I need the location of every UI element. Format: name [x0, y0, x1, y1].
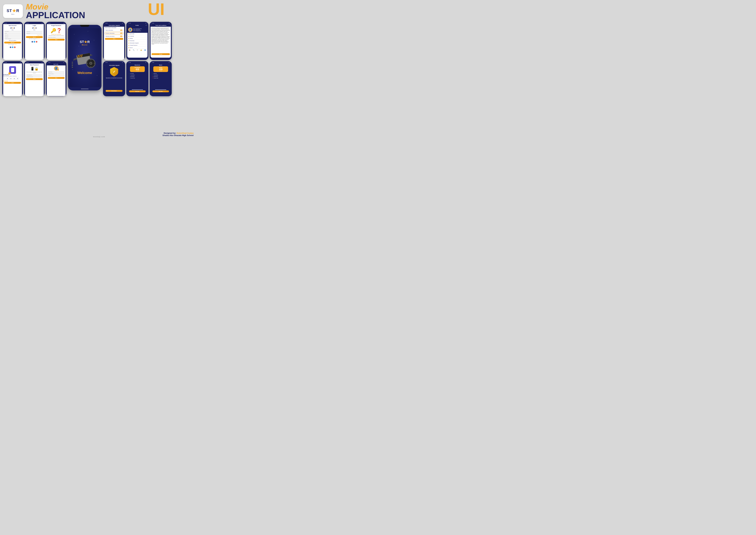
username-field[interactable]: User Name [4, 31, 21, 32]
confirm-password-input[interactable]: Confirm Password [26, 76, 43, 78]
menu-label: Language [130, 36, 134, 37]
phone-number-field[interactable]: Enter Phone Number [48, 37, 65, 38]
email-field[interactable]: Email [4, 33, 21, 34]
plan-price-box: BASIC 15$ Monthly [153, 66, 168, 72]
menu-downloads[interactable]: Downloads › [127, 40, 148, 42]
phone-inner: 17:35 ▪▪▪ ‹ ✓ 👆 [2, 61, 23, 96]
go-home-btn[interactable]: Go to Home [106, 90, 122, 92]
menu-dot [128, 34, 129, 34]
back-arrow[interactable]: ‹ [47, 64, 47, 65]
battery: ▪▪▪ [146, 62, 146, 63]
menu-language[interactable]: Language › [127, 35, 148, 37]
menu-dot [128, 36, 129, 37]
premium-sub-label: Premium subscription [106, 33, 115, 34]
send-btn[interactable]: Send [26, 78, 43, 80]
menu-logout[interactable]: log out › [127, 46, 148, 49]
edit-badge[interactable]: ✏ [57, 69, 59, 70]
confirm-password-field[interactable]: Confirm Password [4, 38, 21, 40]
google-icon[interactable]: G [36, 41, 37, 42]
forgot-link[interactable]: Forget Password [25, 35, 44, 36]
avatar-wrapper: 👤 ✏ [53, 66, 59, 70]
code-digit-1[interactable]: 5 [6, 77, 9, 80]
buy-now-btn[interactable]: Buy Now [152, 91, 169, 92]
feature-label: Monthly [154, 73, 157, 74]
phone-inner: 17:35 ▪▪▪ ‹ Profile ✎ 👤 Name: Esteshhad [126, 22, 148, 60]
person-nav[interactable]: 👤 [144, 49, 146, 51]
title-area: Movie APPLICATION [26, 3, 194, 19]
signin-link[interactable]: Have an account? Sign In [3, 44, 22, 45]
send-btn[interactable]: Send [4, 82, 21, 84]
sub-send-btn[interactable]: Send [105, 38, 123, 40]
bell-nav[interactable]: 🔔 [140, 49, 142, 51]
twitter-icon[interactable]: t [12, 46, 14, 48]
mobile-input[interactable]: Mobile Number [48, 73, 65, 74]
facebook-icon[interactable]: f [10, 46, 11, 48]
phone-sub-upgrade-main: 17:35 ▪▪▪ ‹ Subscription Upgrade Choose … [103, 22, 125, 60]
phone-inner: 17:35 ▪▪▪ ‹ Subscription Upgrade Choose … [103, 22, 125, 60]
username-input[interactable]: User Name [48, 71, 65, 73]
menu-edit-profile[interactable]: Edit Profile › [127, 33, 148, 35]
buy-now-btn[interactable]: Buy Now [129, 91, 146, 92]
password-input[interactable]: Password [26, 33, 43, 34]
user-info: Name: Esteshhad Asalya Mobile: 599353290… [133, 28, 142, 31]
check-icon: ✓ [129, 77, 130, 79]
facebook-icon[interactable]: f [32, 41, 33, 42]
phone-field[interactable]: Phone No. [4, 34, 21, 36]
status-bar: 17:35 ▪▪▪ [104, 62, 124, 63]
status-bar: 17:35 ▪▪▪ [150, 23, 171, 24]
feature-label: Translation [154, 74, 158, 75]
password-field[interactable]: Password [4, 36, 21, 38]
logo-sm-star: ★ [34, 27, 36, 29]
menu-change-password[interactable]: Change Password › [127, 44, 148, 46]
avatar: 👤 [128, 28, 132, 32]
code-digit-3[interactable]: 8 [13, 77, 16, 80]
email-input[interactable]: Email [48, 75, 65, 76]
time: 17:35 [26, 62, 29, 63]
username-input[interactable]: Username [26, 31, 43, 33]
status-bar: 17:35 ▪▪▪ [25, 62, 44, 63]
no-account-link[interactable]: Don't have an Account? Sign Up [25, 38, 44, 39]
code-digit-4[interactable]: 5 [16, 77, 19, 80]
back-arrow[interactable]: ‹ [3, 64, 22, 66]
business-sub-option[interactable]: Business subscription 40$ [105, 35, 123, 38]
menu-setting[interactable]: Setting › [127, 37, 148, 40]
phone-inner: 17:35 ▪▪▪ New Password 📱🔒 Reset your pas… [24, 61, 45, 96]
lock-question-icon: 🔑❓ [47, 27, 66, 34]
check-btn[interactable]: ✓ [64, 64, 65, 65]
new-password-input[interactable]: New Password [26, 74, 43, 76]
list-nav[interactable]: ☰ [137, 49, 138, 51]
google-icon[interactable]: G [14, 46, 15, 48]
status-bar: 17:35 ▪▪▪ [25, 23, 44, 24]
home-indicator [81, 89, 89, 89]
feature-label: Cancel Ads [154, 78, 158, 78]
twitter-icon[interactable]: t [34, 41, 35, 42]
plan-price-box: BUSINESS 40$ Annually [130, 66, 145, 72]
code-digit-2[interactable]: 9 [10, 77, 12, 80]
premium-sub-option[interactable]: Premium subscription 25$ [105, 32, 123, 35]
search-nav[interactable]: 🔍 [133, 49, 134, 51]
menu-subscription[interactable]: Subscription Upgrade › [127, 42, 148, 44]
premium-sub-price: 25$ [120, 33, 122, 34]
resend-link[interactable]: Resend Code [3, 80, 22, 81]
terms-link[interactable]: Terms and Conditions [3, 40, 22, 41]
feature-monthly: ✓ Monthly [151, 73, 170, 74]
basic-sub-price: 15$ [120, 30, 122, 31]
user-email: Email: info@gmail.com [133, 30, 142, 31]
send-btn[interactable]: Send [48, 39, 65, 41]
save-btn[interactable]: Save [48, 77, 65, 79]
feature-annually: ✓ Annually [128, 73, 147, 74]
signup-btn[interactable]: Sign Up [4, 42, 21, 43]
signin-btn[interactable]: Sign In [26, 36, 43, 38]
basic-sub-option[interactable]: Basic subscription 15$ [105, 29, 123, 32]
success-msg: Operation accomplished successfully [106, 77, 122, 78]
accept-btn[interactable]: Accept [151, 53, 170, 55]
home-nav[interactable]: 🏠 [129, 49, 130, 51]
battery: ▪▪▪ [146, 23, 146, 24]
menu-dot [128, 38, 129, 39]
terms-content: Lorem ipsum is simply dummy text of the … [150, 27, 171, 53]
star-3 [88, 31, 88, 31]
sub-title: Subscription Upgrade [105, 25, 123, 26]
time: 17:35 [4, 23, 7, 24]
logo-sm-r: R [36, 27, 37, 29]
edit-icon[interactable]: ✎ [146, 25, 147, 26]
